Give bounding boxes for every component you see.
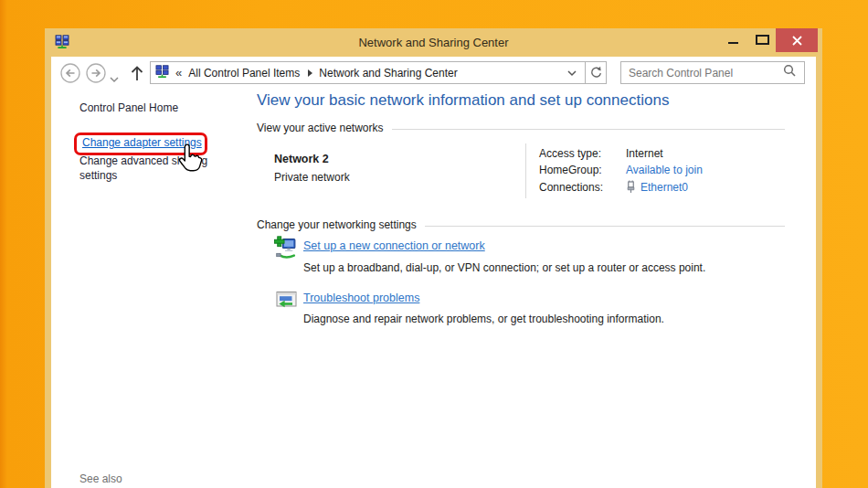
connections-cell: Ethernet0	[626, 180, 703, 194]
breadcrumb-separator-icon	[308, 69, 312, 77]
window-content: « All Control Panel Items Network and Sh…	[51, 57, 816, 488]
sidebar-item-control-panel-home[interactable]: Control Panel Home	[79, 101, 178, 114]
minimize-button[interactable]	[714, 28, 748, 52]
back-button[interactable]	[60, 63, 80, 83]
breadcrumb-item-network-sharing-center[interactable]: Network and Sharing Center	[319, 67, 457, 80]
network-computers-icon	[155, 65, 169, 81]
hand-cursor-icon	[177, 143, 203, 179]
refresh-button[interactable]	[585, 62, 606, 83]
window-titlebar[interactable]: Network and Sharing Center	[45, 28, 822, 57]
search-box[interactable]	[620, 61, 805, 84]
new-connection-icon	[274, 236, 298, 263]
address-dropdown-chevron-icon[interactable]	[567, 67, 577, 80]
setup-new-connection-description: Set up a broadband, dial-up, or VPN conn…	[303, 261, 705, 274]
breadcrumb-overflow-chevrons[interactable]: «	[175, 66, 182, 80]
access-type-value: Internet	[626, 147, 703, 160]
maximize-button[interactable]	[750, 28, 776, 52]
minimize-icon	[728, 42, 738, 44]
maximize-icon	[756, 35, 769, 45]
section-rule	[425, 226, 785, 227]
address-bar[interactable]: « All Control Panel Items Network and Sh…	[150, 61, 607, 84]
sidebar-item-change-advanced-sharing-settings[interactable]: Change advanced sharing settings	[79, 154, 226, 183]
see-also-label: See also	[79, 472, 122, 485]
back-arrow-icon	[60, 63, 80, 83]
network-details: Access type: Internet HomeGroup: Availab…	[539, 147, 703, 194]
networking-settings-label: Change your networking settings	[257, 218, 417, 231]
network-panel-divider	[525, 143, 526, 198]
page-title: View your basic network information and …	[257, 91, 669, 110]
up-button[interactable]	[128, 63, 146, 83]
troubleshoot-problems-link[interactable]: Troubleshoot problems	[303, 292, 419, 304]
breadcrumb-item-all-control-panel-items[interactable]: All Control Panel Items	[188, 67, 300, 80]
active-networks-label: View your active networks	[257, 122, 384, 134]
up-arrow-icon	[128, 63, 146, 83]
window-title: Network and Sharing Center	[45, 28, 822, 57]
access-type-label: Access type:	[539, 147, 626, 160]
forward-arrow-icon	[86, 63, 106, 83]
network-name: Network 2	[274, 153, 329, 165]
troubleshoot-icon	[276, 290, 297, 314]
section-rule	[392, 129, 785, 130]
homegroup-label: HomeGroup:	[539, 164, 626, 176]
homegroup-link[interactable]: Available to join	[626, 164, 703, 176]
desktop-background: Network and Sharing Center	[0, 0, 868, 488]
search-input[interactable]	[621, 67, 783, 80]
troubleshoot-problems-description: Diagnose and repair network problems, or…	[303, 313, 664, 325]
connections-label: Connections:	[539, 181, 626, 194]
active-networks-section-header: View your active networks	[257, 122, 785, 134]
network-kind: Private network	[274, 171, 350, 184]
close-button[interactable]	[776, 28, 818, 52]
refresh-icon	[589, 66, 603, 80]
forward-button[interactable]	[86, 63, 106, 83]
close-icon	[792, 36, 802, 46]
networking-settings-section-header: Change your networking settings	[257, 218, 785, 231]
magnifier-icon[interactable]	[783, 64, 797, 81]
network-sharing-center-window: Network and Sharing Center	[45, 28, 822, 488]
setup-new-connection-link[interactable]: Set up a new connection or network	[303, 239, 485, 252]
ethernet0-link[interactable]: Ethernet0	[640, 181, 688, 194]
recent-pages-chevron-icon[interactable]	[110, 70, 119, 87]
network-computers-icon[interactable]	[55, 35, 69, 49]
ethernet-plug-icon	[626, 180, 636, 194]
